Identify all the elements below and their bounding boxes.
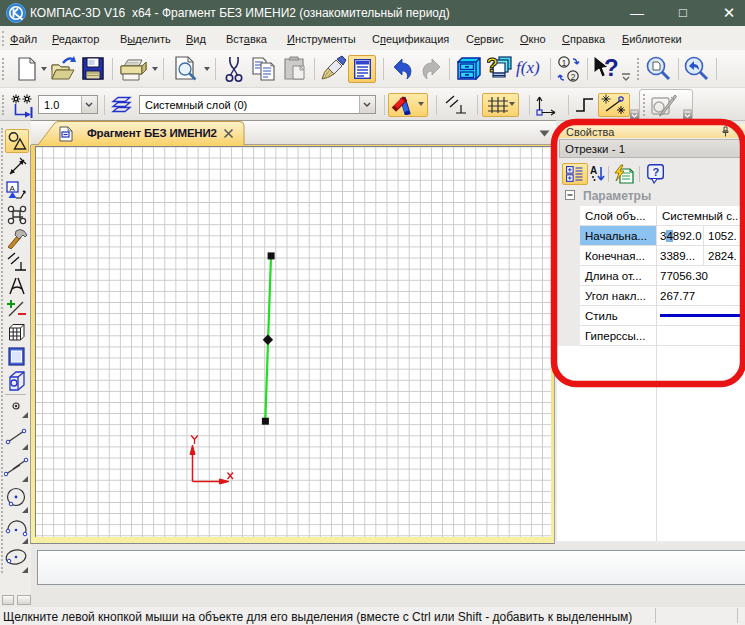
svg-text:2: 2 <box>571 72 576 82</box>
svg-text:A: A <box>10 184 16 193</box>
svg-text:?: ? <box>487 55 498 76</box>
svg-text:1: 1 <box>562 58 567 68</box>
